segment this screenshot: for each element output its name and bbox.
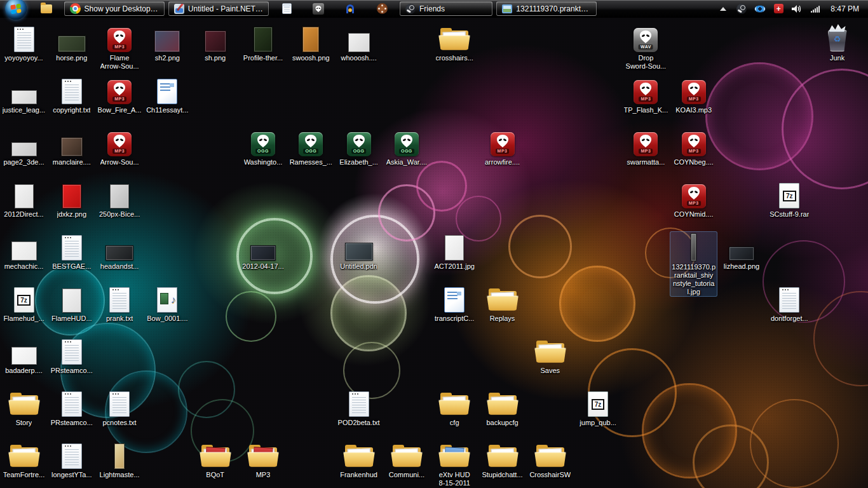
desktop-icon-saves[interactable]: Saves — [526, 336, 574, 375]
notepad-pinned[interactable] — [278, 1, 295, 17]
desktop-icon-justice-leag[interactable]: justice_leag... — [0, 75, 48, 114]
explorer-pinned[interactable] — [38, 1, 55, 17]
desktop-icon-2012direct[interactable]: 2012Direct... — [0, 179, 48, 219]
desktop-icon-bqot[interactable]: BQoT — [191, 440, 239, 479]
desktop-icon-stupidchatt[interactable]: Stupidchatt... — [478, 440, 526, 479]
skull-app-pinned[interactable] — [310, 1, 327, 17]
desktop-icon-lightmaste[interactable]: Lightmaste... — [96, 440, 144, 479]
alien-face-icon — [638, 133, 653, 149]
alien-face-icon — [495, 133, 510, 149]
system-tray: + 8:47 PM — [717, 3, 868, 15]
desktop-icon-koai3-mp3[interactable]: MP3KOAI3.mp3 — [670, 75, 717, 114]
desktop-icon-junk[interactable]: ♻Junk — [813, 23, 861, 62]
desktop-icon-prank-txt[interactable]: prank.txt — [96, 283, 144, 323]
desktop-icon-jump-qub[interactable]: 7zjump_qub... — [574, 388, 622, 427]
desktop-icon-badaderp[interactable]: badaderp.... — [0, 336, 48, 375]
desktop-icon-copyright-txt[interactable]: copyright.txt — [48, 75, 95, 114]
desktop-icon-horse-png[interactable]: horse.png — [48, 23, 95, 62]
desktop-icon-communi[interactable]: Communi... — [383, 440, 430, 479]
folder-icon — [344, 445, 374, 469]
clock[interactable]: 8:47 PM — [831, 4, 859, 13]
desktop-icon-flame-arrow-sou[interactable]: MP3Flame Arrow-Sou... — [96, 23, 144, 71]
taskbar-task-1321119370-pranktail[interactable]: 1321119370.pranktail... — [496, 1, 597, 16]
steam-tray-icon[interactable] — [736, 3, 747, 15]
desktop-icon-crosshairsw[interactable]: CrosshairSW — [526, 440, 574, 479]
desktop-icon-coynmid[interactable]: MP3COYNmid.... — [670, 179, 717, 219]
desktop-icon-jdxkz-png[interactable]: jdxkz.png — [48, 179, 95, 219]
icon-label: headandst... — [100, 262, 139, 271]
volume-icon[interactable] — [791, 3, 803, 15]
desktop-icon-backupcfg[interactable]: backupcfg — [478, 388, 526, 427]
desktop-icon-swarmatta[interactable]: MP3swarmatta... — [622, 127, 670, 166]
desktop-icon-elizabeth[interactable]: OGGElizabeth_... — [335, 127, 383, 166]
start-button[interactable] — [5, 0, 27, 20]
desktop-background[interactable]: yoyoyoyoy...horse.pngMP3Flame Arrow-Sou.… — [0, 18, 868, 488]
taskbar-task-untitled-paint-net[interactable]: Untitled - Paint.NET ... — [168, 1, 269, 16]
desktop-icon-crosshairs[interactable]: crosshairs... — [431, 23, 478, 62]
desktop-icon-frankenhud[interactable]: Frankenhud — [335, 440, 383, 479]
desktop-icon-askia-war[interactable]: OGGAskia_War.... — [383, 127, 430, 166]
desktop-icon-ch11essayt[interactable]: Ch11essayt... — [144, 75, 191, 114]
desktop-icon-arrowfire[interactable]: MP3arrowfire.... — [478, 127, 526, 166]
image-thumbnail — [62, 288, 81, 313]
desktop-icon-flamehud[interactable]: FlameHUD... — [48, 283, 95, 323]
desktop-icon-cfg[interactable]: cfg — [431, 388, 478, 427]
desktop-icon-bestgae[interactable]: BESTGAE... — [48, 231, 95, 271]
desktop-icon-bow-fire-a[interactable]: MP3Bow_Fire_A... — [96, 75, 144, 114]
desktop-icon-whooosh[interactable]: whooosh.... — [335, 23, 383, 62]
desktop-icon-prsteamco[interactable]: PRsteamco... — [48, 388, 95, 427]
red-plus-tray-icon[interactable]: + — [773, 3, 784, 15]
folder-icon — [488, 288, 517, 313]
desktop-icon-1321119370-p-ranktail-shiy-nstyle-tutoria-l-jpg[interactable]: 1321119370.p ranktail_shiy nstyle_tutori… — [670, 231, 717, 297]
eye-tray-icon[interactable] — [754, 3, 766, 15]
alien-face-icon — [686, 133, 702, 149]
hidden-icons-chevron[interactable] — [717, 3, 729, 15]
desktop-icon-page2-3de[interactable]: page2_3de... — [0, 127, 48, 166]
desktop-icon-tp-flash-k[interactable]: MP3TP_Flash_K... — [622, 75, 670, 114]
desktop-icon-manclaire[interactable]: manclaire.... — [48, 127, 95, 166]
desktop-icon-pod2beta-txt[interactable]: POD2beta.txt — [335, 388, 383, 427]
desktop-icon-arrow-sou[interactable]: MP3Arrow-Sou... — [96, 127, 144, 166]
desktop-icon-untitled-pdn[interactable]: Untitled.pdn — [335, 231, 383, 271]
desktop-icon-ramesses[interactable]: OGGRamesses_... — [287, 127, 335, 166]
desktop-icon-flamehud[interactable]: 7zFlamehud_... — [0, 283, 48, 323]
desktop-icon-longestyta[interactable]: longestYTa... — [48, 440, 95, 479]
desktop-icon-yoyoyoyoy[interactable]: yoyoyoyoy... — [0, 23, 48, 62]
desktop-icon-drop-sword-sou[interactable]: WAVDrop Sword-Sou... — [622, 23, 670, 71]
desktop-icon-coynbeg[interactable]: MP3COYNbeg.... — [670, 127, 717, 166]
taskbar-task-friends[interactable]: Friends — [400, 1, 492, 16]
desktop-icon-washingto[interactable]: OGGWashingto... — [240, 127, 287, 166]
desktop-icon-profile-ther[interactable]: Profile-ther... — [240, 23, 287, 62]
document-file-icon — [444, 287, 465, 313]
media-converter-pinned[interactable] — [374, 1, 390, 17]
desktop-icon-swoosh-png[interactable]: swoosh.png — [287, 23, 335, 62]
desktop-icon-headandst[interactable]: headandst... — [96, 231, 144, 271]
desktop-icon-transcriptc[interactable]: transcriptC... — [431, 283, 478, 323]
mp3-file-icon: MP3 — [107, 132, 132, 156]
network-icon[interactable] — [810, 3, 821, 15]
desktop-icon-dontforget[interactable]: dontforget... — [766, 283, 813, 323]
desktop-icon-mechachic[interactable]: mechachic... — [0, 231, 48, 271]
desktop-icon-teamfortre[interactable]: TeamFortre... — [0, 440, 48, 479]
icon-label: KOAI3.mp3 — [675, 106, 712, 114]
desktop-icon-2012-04-17[interactable]: 2012-04-17... — [240, 231, 287, 271]
desktop-icon-extv-hud-8-15-2011[interactable]: eXtv HUD 8-15-2011 — [431, 440, 478, 487]
desktop-icon-sh-png[interactable]: sh.png — [191, 23, 239, 62]
taskbar-task-show-your-desktop[interactable]: Show your Desktop! ... — [64, 1, 165, 16]
alien-face-icon — [303, 133, 318, 149]
text-file-icon — [109, 287, 130, 313]
desktop-icon-bow-0001[interactable]: ♪Bow_0001.... — [144, 283, 191, 323]
desktop-icon-250px-bice[interactable]: 250px-Bice... — [96, 179, 144, 219]
desktop-icon-sh2-png[interactable]: sh2.png — [144, 23, 191, 62]
audio-app-pinned[interactable] — [342, 1, 358, 17]
desktop-icon-scstuff-9-rar[interactable]: 7zSCstuff-9.rar — [766, 179, 813, 219]
desktop-icon-mp3[interactable]: MP3 — [240, 440, 287, 479]
desktop-icon-prsteamco[interactable]: PRsteamco... — [48, 336, 95, 375]
desktop-icon-story[interactable]: Story — [0, 388, 48, 427]
desktop-icon-pcnotes-txt[interactable]: pcnotes.txt — [96, 388, 144, 427]
desktop-icon-act2011-jpg[interactable]: ACT2011.jpg — [431, 231, 478, 271]
desktop-icon-lizhead-png[interactable]: lizhead.png — [718, 231, 766, 271]
desktop-icon-replays[interactable]: Replays — [478, 283, 526, 323]
alien-face-icon — [638, 81, 653, 97]
task-label: Show your Desktop! ... — [85, 4, 159, 13]
